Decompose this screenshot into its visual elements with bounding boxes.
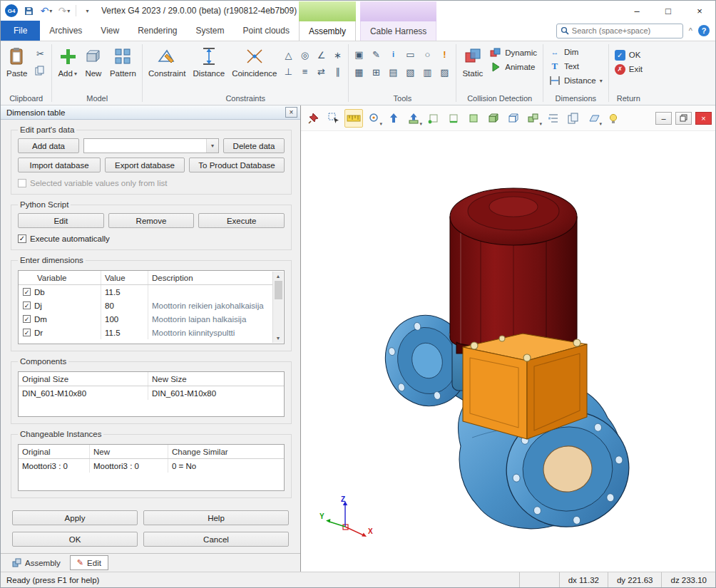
scroll-down-icon[interactable]: ▼ <box>276 334 281 343</box>
tab-assembly-bottom[interactable]: Assembly <box>5 555 68 570</box>
close-button[interactable]: × <box>684 1 715 21</box>
python-remove-button[interactable]: Remove <box>108 213 195 228</box>
orient-up-icon[interactable] <box>384 109 403 128</box>
tab-edit-bottom[interactable]: ✎ Edit <box>70 555 108 570</box>
to-product-database-button[interactable]: To Product Database <box>189 158 285 172</box>
undo-dropdown-icon[interactable]: ▾ <box>49 8 52 14</box>
row-checkbox[interactable]: ✓ <box>23 288 31 296</box>
dim-button[interactable]: ↔ Dim <box>546 45 606 59</box>
dimension-row[interactable]: ✓Dj 80 Moottorin reikien jakohalkaisija <box>19 299 273 312</box>
tools-bar-icon[interactable]: ▭ <box>402 47 418 61</box>
filter-edge-icon[interactable] <box>444 109 463 128</box>
filter-vertex-icon[interactable] <box>424 109 443 128</box>
tools-axes-icon[interactable]: ⊞ <box>368 65 384 79</box>
maximize-button[interactable]: □ <box>653 1 684 21</box>
search-box[interactable] <box>556 24 683 38</box>
scrollbar-thumb[interactable] <box>275 281 282 299</box>
swap-constraint-icon[interactable]: ⇄ <box>313 64 329 78</box>
exit-button[interactable]: ✗ Exit <box>611 62 646 76</box>
concentric-constraint-icon[interactable]: ◎ <box>297 48 312 62</box>
tab-archives[interactable]: Archives <box>40 21 91 41</box>
tab-file[interactable]: File <box>1 21 40 41</box>
sketch-plane-icon[interactable]: ▾ <box>584 109 603 128</box>
cut-icon[interactable]: ✂ <box>32 46 48 61</box>
copy-icon[interactable] <box>32 63 48 78</box>
instance-row[interactable]: Moottori3 : 0 Moottori3 : 0 0 = No <box>19 459 284 473</box>
checkbox-box[interactable]: ✓ <box>18 234 26 243</box>
text-button[interactable]: T Text <box>546 59 606 73</box>
equal-constraint-icon[interactable]: ≡ <box>297 64 312 78</box>
ok-button[interactable]: ✓ OK <box>611 48 646 62</box>
tab-view[interactable]: View <box>91 21 128 41</box>
render-light-icon[interactable] <box>604 109 623 128</box>
distance-measure-button[interactable]: Distance ▾ <box>546 73 606 88</box>
animate-button[interactable]: Animate <box>486 60 541 74</box>
paste-button[interactable]: Paste <box>3 42 31 78</box>
add-data-button[interactable]: Add data <box>18 138 79 153</box>
viewport-close-button[interactable]: × <box>695 112 712 125</box>
tools-info-icon[interactable]: i <box>385 47 401 61</box>
tools-alert-icon[interactable]: ! <box>436 47 452 61</box>
tools-section-icon[interactable]: ▧ <box>402 65 418 79</box>
filter-component-icon[interactable] <box>504 109 523 128</box>
python-edit-button[interactable]: Edit <box>18 213 104 228</box>
tab-rendering[interactable]: Rendering <box>128 21 186 41</box>
panel-ok-button[interactable]: OK <box>12 532 138 547</box>
import-database-button[interactable]: Import database <box>18 158 101 172</box>
coincidence-button[interactable]: Coincidence <box>228 42 280 78</box>
help-button[interactable]: Help <box>143 510 289 525</box>
panel-close-button[interactable]: × <box>285 107 297 118</box>
tab-assembly[interactable]: Assembly <box>299 21 356 41</box>
dimension-row[interactable]: ✓Db 11.5 <box>19 285 273 299</box>
static-button[interactable]: Static <box>459 42 486 78</box>
cancel-button[interactable]: Cancel <box>143 532 289 547</box>
apply-button[interactable]: Apply <box>12 510 138 525</box>
model-tree-icon[interactable] <box>544 109 563 128</box>
execute-automatically-checkbox[interactable]: ✓ Execute automatically <box>18 234 285 243</box>
tools-zoom-icon[interactable]: ○ <box>419 47 435 61</box>
part-data-combobox[interactable]: ▾ <box>83 138 219 153</box>
export-database-button[interactable]: Export database <box>105 158 185 172</box>
dynamic-button[interactable]: Dynamic <box>486 46 541 60</box>
redo-button[interactable]: ↷▾ <box>57 3 71 19</box>
tools-hatch-icon[interactable]: ▨ <box>436 65 452 79</box>
dimension-row[interactable]: ✓Dm 100 Moottorin laipan halkaisija <box>19 312 273 326</box>
row-checkbox[interactable]: ✓ <box>23 301 31 309</box>
combobox-dropdown-icon[interactable]: ▾ <box>206 139 218 153</box>
tools-table-icon[interactable]: ▤ <box>385 65 401 79</box>
distance-dropdown-icon[interactable]: ▾ <box>600 78 603 84</box>
row-checkbox[interactable]: ✓ <box>23 329 31 336</box>
scroll-up-icon[interactable]: ▲ <box>276 272 281 281</box>
viewport-canvas[interactable]: Z X Y <box>301 131 715 572</box>
help-icon[interactable]: ? <box>698 25 710 36</box>
add-button[interactable]: Add▾ <box>54 42 80 78</box>
copy-view-icon[interactable] <box>564 109 583 128</box>
filter-group-icon[interactable]: ▾ <box>524 109 543 128</box>
delete-data-button[interactable]: Delete data <box>223 138 285 153</box>
distance-constraint-button[interactable]: Distance <box>189 42 228 78</box>
minimize-button[interactable]: – <box>621 1 653 21</box>
tools-view-icon[interactable]: ▥ <box>419 65 435 79</box>
save-button[interactable] <box>21 3 36 19</box>
angle-constraint-icon[interactable]: △ <box>280 48 296 62</box>
row-checkbox[interactable]: ✓ <box>23 315 31 323</box>
viewport-minimize-button[interactable]: – <box>655 112 672 125</box>
perpendicular-constraint-icon[interactable]: ⊥ <box>280 64 296 78</box>
qat-customize-button[interactable]: ▾ <box>80 3 94 19</box>
search-input[interactable] <box>572 26 679 35</box>
tab-cable-harness[interactable]: Cable Harness <box>360 21 436 41</box>
new-button[interactable]: New <box>81 42 106 78</box>
select-mode-icon[interactable] <box>324 109 343 128</box>
redo-dropdown-icon[interactable]: ▾ <box>67 8 70 14</box>
symmetry-constraint-icon[interactable]: ∗ <box>329 48 345 62</box>
dimension-row[interactable]: ✓Dr 11.5 Moottorin kiinnityspultti <box>19 326 273 339</box>
python-execute-button[interactable]: Execute <box>198 213 285 228</box>
component-row[interactable]: DIN_601-M10x80 DIN_601-M10x80 <box>19 386 284 400</box>
tools-sketch-icon[interactable]: ✎ <box>368 47 384 61</box>
pin-icon[interactable] <box>305 109 323 128</box>
tools-grid-icon[interactable]: ▦ <box>351 65 367 79</box>
orient-face-icon[interactable]: ▾ <box>404 109 423 128</box>
undo-button[interactable]: ↶▾ <box>39 3 53 19</box>
app-logo-icon[interactable]: G4 <box>5 4 18 17</box>
vertical-scrollbar[interactable]: ▲ ▼ <box>272 272 283 343</box>
